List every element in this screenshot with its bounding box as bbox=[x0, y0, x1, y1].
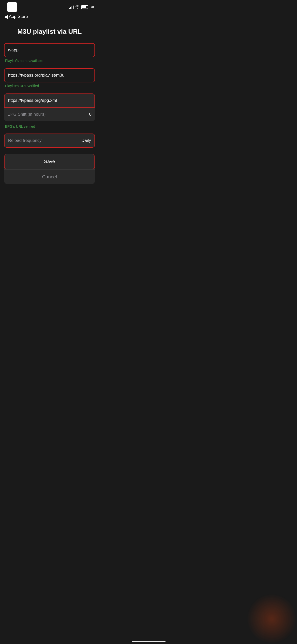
signal-icon bbox=[69, 5, 74, 9]
reload-frequency-row[interactable]: Reload frequency Daily bbox=[4, 134, 95, 148]
status-bar-right: 78 bbox=[69, 5, 94, 9]
epg-shift-row: EPG Shift (in hours) 0 bbox=[4, 108, 95, 121]
reload-label: Reload frequency bbox=[8, 138, 42, 143]
name-group: Playlist's name available bbox=[4, 43, 95, 66]
cancel-button[interactable]: Cancel bbox=[4, 170, 95, 184]
back-label: App Store bbox=[9, 14, 28, 19]
epg-status: EPG's URL verified bbox=[4, 123, 95, 134]
epg-shift-label: EPG Shift (in hours) bbox=[8, 112, 46, 117]
form-container: Playlist's name available Playlist's URL… bbox=[0, 43, 99, 184]
wifi-icon bbox=[75, 5, 80, 9]
app-icon bbox=[7, 2, 17, 12]
save-button[interactable]: Save bbox=[4, 154, 95, 169]
action-group: Save Cancel bbox=[4, 154, 95, 184]
epg-shift-value: 0 bbox=[89, 112, 91, 117]
back-button[interactable]: ◀ App Store bbox=[4, 14, 28, 20]
page-title: M3U playlist via URL bbox=[0, 22, 99, 43]
name-status: Playlist's name available bbox=[4, 57, 95, 66]
nav-bar: ◀ App Store bbox=[0, 13, 99, 22]
url-group: Playlist's URL verified bbox=[4, 68, 95, 91]
url-status: Playlist's URL verified bbox=[4, 82, 95, 91]
status-bar: 78 bbox=[0, 0, 99, 13]
playlist-url-input[interactable] bbox=[4, 68, 95, 82]
epg-group: EPG Shift (in hours) 0 bbox=[4, 93, 95, 121]
reload-value: Daily bbox=[81, 138, 91, 143]
battery-percent: 78 bbox=[91, 5, 94, 9]
back-arrow-icon: ◀ bbox=[4, 14, 8, 20]
playlist-name-input[interactable] bbox=[4, 43, 95, 57]
battery-indicator bbox=[81, 5, 89, 9]
epg-url-input[interactable] bbox=[4, 93, 95, 108]
